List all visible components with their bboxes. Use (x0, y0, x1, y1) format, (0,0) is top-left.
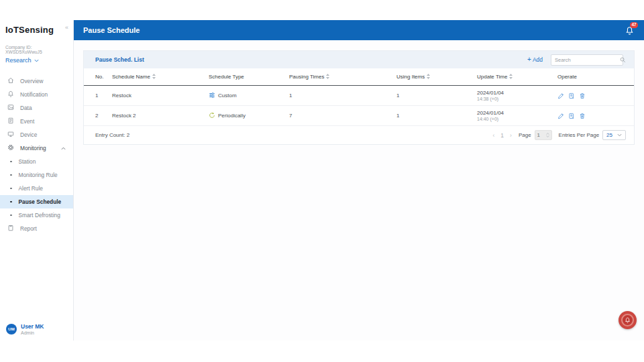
sidebar-item-label: Data (20, 105, 32, 111)
chevron-up-icon (61, 145, 66, 152)
avatar: UM (6, 324, 17, 335)
cell-schedule-name: Restock 2 (112, 113, 209, 119)
cell-schedule-type: Custom (218, 93, 237, 99)
page-input-value: 1 (537, 132, 540, 138)
delete-icon[interactable] (579, 93, 586, 99)
cell-pausing-times: 7 (289, 113, 396, 119)
sidebar-item-label: Overview (20, 78, 44, 84)
column-header-schedule-name[interactable]: Schedule Name (112, 74, 150, 80)
sidebar-item-station[interactable]: Station (0, 155, 73, 168)
edit-icon[interactable] (557, 93, 564, 99)
sidebar-item-report[interactable]: Report (0, 222, 73, 235)
sidebar-item-overview[interactable]: Overview (0, 74, 73, 88)
page-title: Pause Schedule (83, 26, 140, 34)
sidebar-collapse-icon[interactable]: « (65, 25, 68, 31)
column-header-using-items[interactable]: Using Items (396, 74, 425, 80)
sidebar-item-event[interactable]: Event (0, 115, 73, 128)
cell-update-date: 2024/01/04 (477, 110, 557, 116)
sidebar-item-label: Report (20, 225, 37, 232)
card-title: Pause Sched. List (95, 56, 144, 63)
column-header-update-time[interactable]: Update Time (477, 74, 507, 80)
edit-icon[interactable] (557, 113, 564, 119)
prev-page-button[interactable]: ‹ (493, 132, 495, 139)
sidebar-item-label: Monitoring (20, 145, 46, 152)
user-profile[interactable]: UM User MK Admin (6, 323, 44, 335)
pause-schedule-card: Pause Sched. List + Add (83, 50, 635, 145)
entry-count: Entry Count: 2 (95, 132, 129, 138)
device-icon (7, 131, 14, 139)
table-row: 1 Restock Custom 1 1 2024/01/04 14:38 (+… (84, 86, 634, 106)
main-area: Pause Schedule 47 Pause Sched. List + Ad… (74, 20, 644, 341)
sort-icon[interactable] (509, 74, 513, 80)
bell-icon (7, 90, 14, 99)
company-id: Company ID: XWSD5XuWwuJ5 (5, 45, 68, 54)
gear-icon (7, 144, 14, 152)
sidebar-item-data[interactable]: Data (0, 101, 73, 115)
sidebar-item-label: Device (20, 131, 37, 138)
sidebar-item-pause-schedule[interactable]: Pause Schedule (0, 195, 73, 208)
sidebar-item-monitoring[interactable]: Monitoring (0, 141, 73, 155)
cell-update-time: 14:40 (+0) (477, 117, 557, 121)
user-name: User MK (21, 323, 44, 330)
chevron-down-icon (617, 132, 622, 138)
team-selector[interactable]: Research (5, 57, 68, 64)
cell-using-items: 1 (396, 113, 477, 119)
sort-icon[interactable] (152, 74, 156, 80)
per-page-value: 25 (606, 132, 612, 138)
sidebar-item-smart-defrosting[interactable]: Smart Defrosting (0, 208, 73, 222)
copy-record-icon[interactable] (568, 93, 575, 99)
next-page-button[interactable]: › (510, 132, 512, 139)
column-header-no: No. (95, 74, 112, 80)
sidebar-item-alert-rule[interactable]: Alert Rule (0, 182, 73, 195)
per-page-label: Entries Per Page (559, 132, 599, 138)
cell-schedule-type: Periodically (218, 113, 246, 119)
sidebar-item-label: Pause Schedule (19, 198, 62, 205)
cell-schedule-name: Restock (112, 93, 209, 99)
sidebar-item-notification[interactable]: Notification (0, 88, 73, 101)
top-header-bar: Pause Schedule 47 (74, 20, 644, 40)
search-input[interactable] (555, 57, 620, 63)
page-number-button[interactable]: 1 (500, 132, 504, 139)
chevron-down-icon (34, 57, 39, 64)
home-icon (7, 77, 14, 85)
sort-icon[interactable] (427, 74, 430, 80)
cell-using-items: 1 (396, 93, 477, 99)
brand-logo: IoTSensing (5, 25, 54, 35)
cell-pausing-times: 1 (289, 93, 396, 99)
copy-record-icon[interactable] (568, 113, 575, 119)
alarm-fab-button[interactable] (619, 311, 637, 329)
cell-no: 2 (95, 113, 112, 119)
sidebar-item-device[interactable]: Device (0, 128, 73, 141)
team-name: Research (5, 57, 32, 64)
page-input[interactable]: 1 (535, 130, 552, 140)
sidebar-item-label: Station (19, 158, 36, 165)
cell-update-date: 2024/01/04 (477, 90, 557, 96)
notification-bell-button[interactable]: 47 (625, 25, 635, 35)
data-icon (7, 104, 14, 112)
page-label: Page (519, 132, 531, 138)
add-button[interactable]: + Add (527, 56, 543, 63)
per-page-select[interactable]: 25 (602, 130, 626, 140)
bullet-icon (10, 174, 12, 176)
bullet-icon (10, 161, 12, 163)
sidebar: IoTSensing « Company ID: XWSD5XuWwuJ5 Re… (0, 20, 74, 341)
periodic-schedule-icon (209, 112, 215, 120)
sidebar-nav: Overview Notification Data Event (0, 74, 73, 235)
column-header-pausing-times[interactable]: Pausing Times (289, 74, 324, 80)
table-row: 2 Restock 2 Periodically 7 1 2024/01/04 … (84, 106, 634, 126)
search-box (551, 54, 623, 66)
sidebar-item-label: Event (20, 118, 34, 125)
sidebar-item-label: Smart Defrosting (19, 212, 60, 219)
search-icon (620, 54, 626, 66)
report-icon (7, 225, 14, 233)
table-header-row: No. Schedule Name Schedule Type Pausing … (84, 68, 634, 86)
column-header-operate: Operate (557, 74, 627, 80)
sort-icon[interactable] (326, 74, 329, 80)
bullet-icon (10, 201, 12, 203)
notification-count-badge: 47 (630, 22, 638, 28)
table-footer: Entry Count: 2 ‹ 1 › Page 1 (84, 126, 634, 144)
delete-icon[interactable] (579, 113, 586, 119)
sidebar-item-monitoring-rule[interactable]: Monitoring Rule (0, 168, 73, 182)
sidebar-item-label: Notification (20, 91, 48, 98)
spinner-icons[interactable] (546, 133, 549, 137)
